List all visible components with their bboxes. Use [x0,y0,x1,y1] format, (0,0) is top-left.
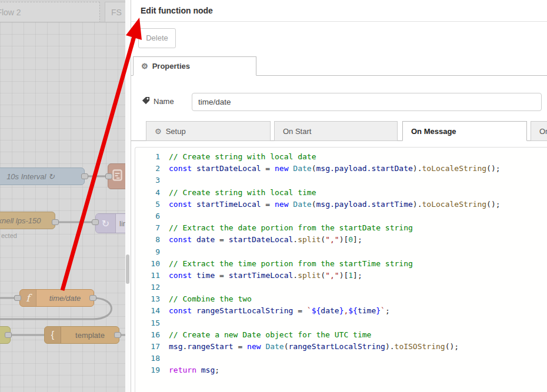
editor-tab-on-start[interactable]: On Start [274,121,398,141]
code-line: 14const rangeStartLocalString = `${date}… [135,305,547,317]
gear-icon: ⚙ [141,62,148,70]
line-number: 17 [135,341,160,353]
scrollbar-thumb[interactable] [126,254,129,284]
code-text: // Combine the two [160,293,252,305]
node-output-port[interactable] [114,332,121,338]
template-lines-icon [112,169,122,183]
code-line: 19return msg; [135,364,547,376]
function-f-icon: f [20,290,36,306]
flow-workspace: Flow 2 FS 10s Interval ↻ [0,0,125,392]
editor-tab-on-message[interactable]: On Message [402,121,527,141]
tab-properties[interactable]: ⚙ Properties [133,56,256,76]
code-line: 7// Extract the date portion from the st… [135,222,547,234]
code-line: 10// Extract the time portion from the s… [135,258,547,270]
tag-icon [142,96,150,106]
code-text: const date = startDateLocal.split(",")[0… [160,234,362,246]
node-output-port[interactable] [5,332,12,338]
code-text [160,175,169,186]
code-text: const rangeStartLocalString = `${date},$… [160,305,390,317]
line-number: 6 [135,210,160,222]
name-label-text: Name [154,97,174,106]
code-line: 17msg.rangeStart = new Date(rangeStartLo… [135,341,547,353]
code-line: 2const startDateLocal = new Date(msg.pay… [135,163,547,175]
code-editor[interactable]: 1// Create string with local date2const … [135,147,547,392]
name-input[interactable] [192,93,542,111]
node-serial-lps150[interactable]: knell lps-150 [0,212,55,229]
code-text: // Create a new Date object for the UTC … [160,329,371,341]
node-function-timedate[interactable]: f time/date [19,289,94,307]
name-row: Name [131,91,547,115]
workspace-tab-label: Flow 2 [0,8,21,17]
line-number: 10 [135,258,160,270]
code-text: const time = startTimeLocal.split(",")[1… [160,270,362,282]
code-line: 15 [135,317,547,329]
code-text: // Create string with local time [160,187,316,199]
node-label: time/date [36,294,94,303]
node-label: limit [116,219,125,228]
timer-icon: ↻ [96,214,116,233]
editor-tab-label: Setup [166,127,186,136]
node-output-port[interactable] [89,295,96,301]
edit-function-node-dialog: Edit function node Delete ⚙ Properties N… [131,0,547,392]
workspace-tab-label: FS [111,8,122,17]
node-input-port[interactable] [14,295,21,301]
editor-tab-setup[interactable]: ⚙Setup [146,121,271,141]
line-number: 15 [135,317,160,329]
line-number: 2 [135,163,160,175]
node-input-port[interactable] [92,219,99,225]
line-number: 12 [135,282,160,293]
node-label: template [61,331,119,340]
code-line: 3 [135,175,547,186]
gear-icon: ⚙ [155,128,162,135]
line-number: 5 [135,199,160,210]
line-number: 13 [135,293,160,305]
code-line: 12 [135,282,547,293]
workspace-tab-flow2[interactable]: Flow 2 [0,2,100,22]
line-number: 3 [135,175,160,186]
code-text [160,210,169,222]
dialog-header: Edit function node [131,0,547,22]
code-text: const startTimeLocal = new Date(msg.payl… [160,199,501,210]
code-line: 16// Create a new Date object for the UT… [135,329,547,341]
editor-tab-label: On Stop [539,127,547,136]
delete-button[interactable]: Delete [138,28,176,48]
line-number: 1 [135,151,160,163]
line-number: 19 [135,364,160,376]
code-text [160,353,169,364]
code-line: 18 [135,353,547,364]
node-inject-interval[interactable]: 10s Interval ↻ [0,167,85,185]
code-line: 9 [135,246,547,258]
node-rate-limit[interactable]: ↻ limit [95,213,125,233]
workspace-tabbar: Flow 2 FS [0,0,125,22]
code-text [160,317,169,329]
code-line: 8const date = startDateLocal.split(",")[… [135,234,547,246]
node-label: knell lps-150 [0,216,55,225]
line-number: 16 [135,329,160,341]
node-input-port[interactable] [105,173,112,179]
code-text: // Create string with local date [160,151,316,163]
node-output-port[interactable] [52,219,59,225]
dialog-title: Edit function node [141,6,213,15]
editor-tab-label: On Start [283,127,311,136]
name-label: Name [142,96,174,106]
function-editor-tabs: ⚙SetupOn StartOn MessageOn Stop [131,121,547,141]
node-output-port[interactable] [81,173,88,179]
code-text [160,282,169,293]
line-number: 11 [135,270,160,282]
flow-canvas[interactable]: 10s Interval ↻ knell lps-150 ected [0,22,125,392]
workspace-tab-fs[interactable]: FS [105,2,125,22]
screen: Flow 2 FS 10s Interval ↻ [0,0,547,392]
node-template[interactable]: { template [44,326,119,344]
properties-tab-label: Properties [152,62,190,71]
code-line: 5const startTimeLocal = new Date(msg.pay… [135,199,547,210]
code-text [160,246,169,258]
workspace-scrollbar[interactable] [125,0,131,392]
line-number: 7 [135,222,160,234]
editor-tab-on-stop[interactable]: On Stop [531,121,547,141]
line-number: 8 [135,234,160,246]
code-line: 11const time = startTimeLocal.split(",")… [135,270,547,282]
node-label: 10s Interval ↻ [0,172,84,181]
code-line: 1// Create string with local date [135,151,547,163]
editor-tab-label: On Message [411,127,456,136]
code-line: 6 [135,210,547,222]
